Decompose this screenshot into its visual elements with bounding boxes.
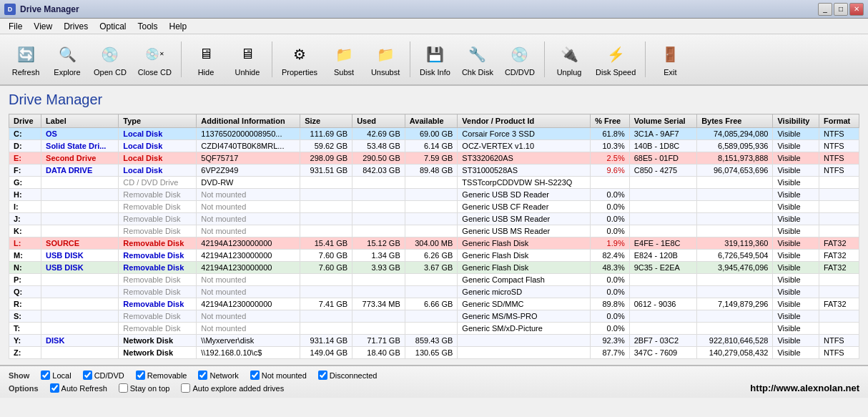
menu-help[interactable]: Help: [164, 20, 193, 33]
table-row[interactable]: Y: DISK Network Disk \\Myxerver\disk 931…: [9, 335, 859, 347]
refresh-button[interactable]: 🔄 Refresh: [6, 39, 46, 80]
col-size[interactable]: Size: [300, 114, 352, 128]
cell-additional: Not mounted: [197, 323, 300, 335]
disk-info-button[interactable]: 💾 Disk Info: [415, 39, 455, 80]
cell-size: [300, 213, 352, 225]
cell-bytes-free: 8,151,973,888: [697, 152, 773, 165]
table-row[interactable]: J: Removable Disk Not mounted Generic US…: [9, 213, 859, 225]
open-cd-button[interactable]: 💿 Open CD: [89, 39, 132, 80]
cell-label: OS: [41, 128, 119, 140]
table-row[interactable]: C: OS Local Disk 11376502000008950... 11…: [9, 128, 859, 140]
cell-format: NTFS: [819, 128, 859, 140]
menu-view[interactable]: View: [28, 20, 58, 33]
cell-pct-free: 0.0%: [591, 225, 630, 237]
cell-size: [300, 286, 352, 298]
option-auto-explore[interactable]: Auto explore added drives: [181, 383, 284, 393]
menu-file[interactable]: File: [3, 20, 28, 33]
table-row[interactable]: S: Removable Disk Not mounted Generic MS…: [9, 310, 859, 323]
col-used[interactable]: Used: [352, 114, 405, 128]
table-row[interactable]: E: Second Drive Local Disk 5QF75717 298.…: [9, 152, 859, 165]
hide-button[interactable]: 🖥 Hide: [186, 39, 226, 80]
col-vendor[interactable]: Vendor / Product Id: [458, 114, 591, 128]
menu-tools[interactable]: Tools: [132, 20, 164, 33]
table-row[interactable]: G: CD / DVD Drive DVD-RW TSSTcorpCDDVDW …: [9, 177, 859, 189]
show-label: Show: [9, 371, 29, 380]
cell-bytes-free: 319,119,360: [697, 237, 773, 250]
cell-pct-free: 9.6%: [591, 165, 630, 177]
cell-bytes-free: 3,945,476,096: [697, 262, 773, 274]
minimize-button[interactable]: _: [818, 3, 832, 16]
unplug-label: Unplug: [557, 68, 582, 77]
subst-button[interactable]: 📁 Subst: [324, 39, 364, 80]
show-disconnected[interactable]: Disconnected: [318, 371, 378, 380]
table-row[interactable]: L: SOURCE Removable Disk 42194A123000000…: [9, 237, 859, 250]
unhide-button[interactable]: 🖥 Unhide: [227, 39, 267, 80]
disk-speed-icon: ⚡: [604, 43, 627, 66]
menu-drives[interactable]: Drives: [58, 20, 94, 33]
cell-serial: 2BF7 - 03C2: [629, 335, 696, 347]
cell-available: [405, 323, 458, 335]
col-type[interactable]: Type: [119, 114, 197, 128]
menu-optical[interactable]: Optical: [94, 20, 132, 33]
col-visibility[interactable]: Visibility: [773, 114, 819, 128]
show-not-mounted[interactable]: Not mounted: [250, 371, 307, 380]
option-stay-on-top-label: Stay on top: [130, 384, 170, 393]
option-auto-refresh[interactable]: Auto Refresh: [50, 383, 107, 393]
table-row[interactable]: I: Removable Disk Not mounted Generic US…: [9, 201, 859, 213]
table-row[interactable]: Q: Removable Disk Not mounted Generic mi…: [9, 286, 859, 298]
disk-info-icon: 💾: [423, 43, 446, 66]
table-row[interactable]: T: Removable Disk Not mounted Generic SM…: [9, 323, 859, 335]
show-cddvd[interactable]: CD/DVD: [83, 371, 124, 380]
show-removable[interactable]: Removable: [136, 371, 187, 380]
subst-label: Subst: [334, 68, 354, 77]
col-drive[interactable]: Drive: [9, 114, 41, 128]
show-network[interactable]: Network: [198, 371, 238, 380]
maximize-button[interactable]: □: [834, 3, 848, 16]
table-row[interactable]: H: Removable Disk Not mounted Generic US…: [9, 189, 859, 201]
chk-disk-button[interactable]: 🔧 Chk Disk: [457, 39, 498, 80]
show-local[interactable]: Local: [41, 371, 71, 380]
show-row: Show Local CD/DVD Removable Network Not …: [9, 369, 859, 381]
cell-pct-free: 0.0%: [591, 201, 630, 213]
hide-icon: 🖥: [194, 43, 217, 66]
col-pct-free[interactable]: % Free: [591, 114, 630, 128]
table-row[interactable]: N: USB DISK Removable Disk 42194A1230000…: [9, 262, 859, 274]
table-row[interactable]: R: Removable Disk 42194A1230000000 7.41 …: [9, 298, 859, 310]
cell-pct-free: 89.8%: [591, 298, 630, 310]
properties-button[interactable]: ⚙ Properties: [277, 39, 322, 80]
cell-available: [405, 213, 458, 225]
cell-available: [405, 189, 458, 201]
col-label[interactable]: Label: [41, 114, 119, 128]
close-button[interactable]: ✕: [849, 3, 864, 16]
unplug-button[interactable]: 🔌 Unplug: [549, 39, 589, 80]
col-bytes-free[interactable]: Bytes Free: [697, 114, 773, 128]
cell-serial: [629, 213, 696, 225]
col-additional[interactable]: Additional Information: [197, 114, 300, 128]
cd-dvd-button[interactable]: 💿 CD/DVD: [500, 39, 540, 80]
col-format[interactable]: Format: [819, 114, 859, 128]
col-serial[interactable]: Volume Serial: [629, 114, 696, 128]
explore-button[interactable]: 🔍 Explore: [47, 39, 87, 80]
cell-additional: \\192.168.0.10\c$: [197, 347, 300, 359]
table-row[interactable]: D: Solid State Dri... Local Disk CZDI474…: [9, 140, 859, 152]
cell-additional: Not mounted: [197, 201, 300, 213]
cell-serial: 140B - 1D8C: [629, 140, 696, 152]
disk-info-label: Disk Info: [420, 68, 450, 77]
col-available[interactable]: Available: [405, 114, 458, 128]
table-row[interactable]: K: Removable Disk Not mounted Generic US…: [9, 225, 859, 237]
unsubst-button[interactable]: 📁 Unsubst: [365, 39, 405, 80]
option-stay-on-top[interactable]: Stay on top: [119, 383, 170, 393]
table-row[interactable]: P: Removable Disk Not mounted Generic Co…: [9, 274, 859, 286]
exit-button[interactable]: 🚪 Exit: [650, 39, 690, 80]
cell-label: USB DISK: [41, 262, 119, 274]
disk-speed-button[interactable]: ⚡ Disk Speed: [591, 39, 641, 80]
table-row[interactable]: Z: Network Disk \\192.168.0.10\c$ 149.04…: [9, 347, 859, 359]
cell-pct-free: 0.0%: [591, 189, 630, 201]
table-row[interactable]: F: DATA DRIVE Local Disk 6VP2Z949 931.51…: [9, 165, 859, 177]
cell-used: [352, 177, 405, 189]
cell-serial: [629, 201, 696, 213]
close-cd-button[interactable]: 💿✕ Close CD: [133, 39, 177, 80]
cell-label: [41, 177, 119, 189]
table-row[interactable]: M: USB DISK Removable Disk 42194A1230000…: [9, 250, 859, 262]
cell-vendor: Generic Flash Disk: [458, 250, 591, 262]
